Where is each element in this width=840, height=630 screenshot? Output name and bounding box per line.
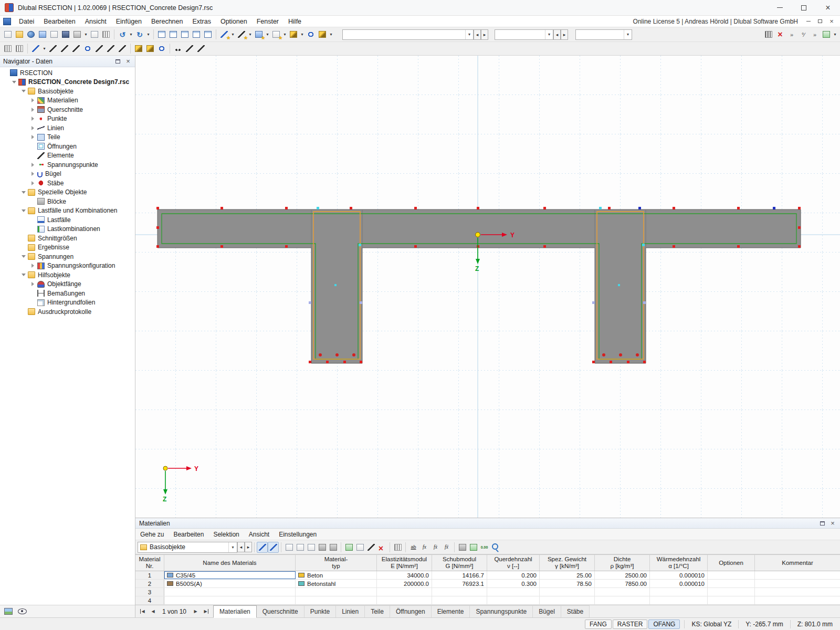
navigator-display-tab-icon[interactable]	[18, 608, 27, 614]
arc-tool-button[interactable]	[70, 43, 82, 54]
toolbar-overflow-button[interactable]	[786, 29, 797, 40]
tree-item-oeffnungen[interactable]: Öffnungen	[0, 142, 135, 151]
toolbar-overflow2-button[interactable]	[809, 29, 821, 40]
print-preview-button[interactable]	[48, 29, 60, 40]
delete-row-button[interactable]	[306, 542, 317, 553]
chevron-down-icon[interactable]	[20, 271, 27, 278]
line-tool-button[interactable]	[47, 43, 59, 54]
new-rebar-dropdown[interactable]	[328, 29, 334, 40]
new-line-button[interactable]	[236, 29, 247, 40]
print-dropdown[interactable]	[83, 29, 89, 40]
new-stress-point-dropdown[interactable]	[299, 29, 305, 40]
move-row-button[interactable]	[317, 542, 328, 553]
chevron-down-icon[interactable]	[20, 253, 27, 260]
table-row[interactable]: 2 B500S(A) Betonstahl 200000.0 76923.1 0…	[135, 580, 840, 588]
object-snap-toggle[interactable]: OFANG	[648, 620, 680, 629]
decimal-places-button[interactable]	[479, 542, 490, 553]
tree-item-linien[interactable]: Linien	[0, 123, 135, 133]
table-row[interactable]: 3	[135, 588, 840, 596]
chevron-right-icon[interactable]	[29, 171, 36, 177]
rotation-button[interactable]	[797, 29, 809, 40]
tree-item-punkte[interactable]: Punkte	[0, 114, 135, 124]
rebar-tool-button[interactable]	[144, 43, 156, 54]
table-group-combo-arrow[interactable]	[228, 542, 237, 552]
tree-item-basisobjekte[interactable]: Basisobjekte	[0, 87, 135, 96]
tab-elemente[interactable]: Elemente	[432, 605, 470, 617]
search-button[interactable]	[490, 542, 501, 553]
tree-item-bemassungen[interactable]: Bemaßungen	[0, 289, 135, 298]
view-rsc-button[interactable]	[202, 29, 214, 40]
table-settings-button[interactable]	[328, 542, 339, 553]
chevron-right-icon[interactable]	[29, 262, 36, 269]
view-table-button[interactable]	[179, 29, 191, 40]
menu-hilfe[interactable]: Hilfe	[284, 16, 306, 27]
new-opening-button[interactable]	[270, 29, 282, 40]
snap-toggle[interactable]: FANG	[585, 620, 612, 629]
tree-item-ergebnisse[interactable]: Ergebnisse	[0, 243, 135, 253]
chevron-right-icon[interactable]	[29, 281, 36, 288]
tree-item-rsc-file[interactable]: RSECTION_Concrete Design7.rsc	[0, 78, 135, 87]
maximize-button[interactable]	[792, 0, 816, 15]
material-name-cell[interactable]: C35/45	[164, 571, 296, 579]
divide-tool-button[interactable]	[117, 43, 128, 54]
menu-gehe-zu[interactable]: Gehe zu	[135, 529, 169, 540]
save-button[interactable]	[60, 29, 71, 40]
view-split-button[interactable]	[167, 29, 179, 40]
formula-button[interactable]	[419, 542, 430, 553]
tree-item-spannungen[interactable]: Spannungen	[0, 252, 135, 261]
table-prev-button[interactable]	[237, 542, 245, 552]
chevron-right-icon[interactable]	[29, 124, 36, 131]
export-table-button[interactable]	[343, 542, 354, 553]
close-button[interactable]	[816, 0, 840, 15]
open-button[interactable]	[14, 29, 25, 40]
materials-close-button[interactable]	[829, 520, 836, 527]
menu-mp-ansicht[interactable]: Ansicht	[244, 529, 274, 540]
paste-button[interactable]	[2, 29, 14, 40]
hatch2-tool-button[interactable]	[14, 43, 25, 54]
tree-item-spannungspunkte[interactable]: Spannungspunkte	[0, 160, 135, 170]
insert-row-button[interactable]	[284, 542, 295, 553]
tab-punkte[interactable]: Punkte	[304, 605, 336, 617]
font-button[interactable]	[408, 542, 419, 553]
chevron-down-icon[interactable]	[20, 189, 27, 196]
tree-item-buegel[interactable]: Bügel	[0, 170, 135, 179]
tree-item-hintergrundfolien[interactable]: Hintergrundfolien	[0, 298, 135, 308]
undo-button[interactable]	[117, 29, 128, 40]
tab-oeffnungen[interactable]: Öffnungen	[390, 605, 432, 617]
scale-combo-arrow[interactable]	[624, 30, 632, 39]
load-case-combo[interactable]	[342, 29, 474, 40]
menu-mp-bearbeiten[interactable]: Bearbeiten	[169, 529, 208, 540]
new-point-dropdown[interactable]	[230, 29, 236, 40]
chevron-down-icon[interactable]	[20, 88, 27, 94]
copy-row-button[interactable]	[295, 542, 306, 553]
menu-ansicht[interactable]: Ansicht	[80, 16, 111, 27]
polyline-tool-button[interactable]	[59, 43, 70, 54]
new-opening-dropdown[interactable]	[282, 29, 288, 40]
view-single-button[interactable]	[156, 29, 167, 40]
menu-selektion[interactable]: Selektion	[208, 529, 244, 540]
navigator-float-button[interactable]	[114, 58, 121, 65]
view-horizontal-button[interactable]	[191, 29, 202, 40]
tab-linien[interactable]: Linien	[336, 605, 365, 617]
menu-berechnen[interactable]: Berechnen	[146, 16, 187, 27]
tree-item-staebe[interactable]: Stäbe	[0, 178, 135, 188]
menu-einstellungen[interactable]: Einstellungen	[274, 529, 321, 540]
tree-item-lastfaelle[interactable]: Lastfälle	[0, 215, 135, 225]
select-tool-dropdown[interactable]	[41, 43, 47, 54]
material-name-cell[interactable]: B500S(A)	[164, 580, 296, 587]
new-line-dropdown[interactable]	[247, 29, 253, 40]
formula-remove-button[interactable]	[441, 542, 452, 553]
next-table-button[interactable]	[191, 607, 201, 616]
tree-item-ausdruckprotokolle[interactable]: Ausdruckprotokolle	[0, 307, 135, 317]
chevron-down-icon[interactable]	[20, 207, 27, 214]
table-row[interactable]: 4	[135, 596, 840, 605]
tab-staebe[interactable]: Stäbe	[561, 605, 590, 617]
raster-toggle[interactable]: RASTER	[613, 620, 648, 629]
chain-tool-button[interactable]	[184, 43, 195, 54]
report-button[interactable]	[100, 29, 112, 40]
tree-item-querschnitte[interactable]: Querschnitte	[0, 105, 135, 114]
tree-item-rsection[interactable]: RSECTION	[0, 68, 135, 78]
chevron-down-icon[interactable]	[10, 79, 17, 86]
dlubal-button[interactable]	[25, 29, 37, 40]
load-case-prev-button[interactable]	[474, 29, 481, 40]
